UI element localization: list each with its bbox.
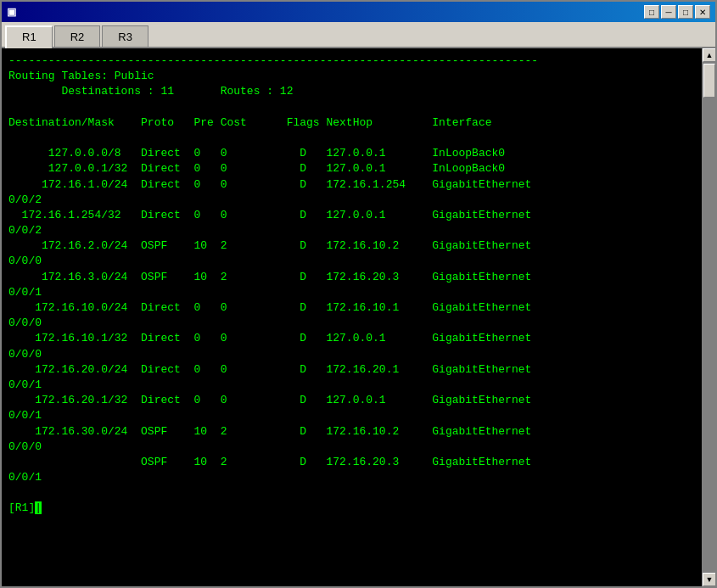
scrollbar-thumb[interactable] [703,64,715,98]
scrollbar-down[interactable]: ▼ [703,573,715,586]
title-bar: ▣ □ ─ □ ✕ [2,2,715,22]
restore-button[interactable]: □ [644,5,659,19]
maximize-button[interactable]: □ [678,5,693,19]
tab-r3[interactable]: R3 [102,25,148,47]
main-window: ▣ □ ─ □ ✕ R1 R2 R3 ---------------------… [0,0,717,588]
title-bar-buttons: □ ─ □ ✕ [644,5,710,19]
cursor: | [35,501,42,514]
scrollbar[interactable]: ▲ ▼ [702,48,715,586]
tab-r2[interactable]: R2 [54,25,101,47]
window-icon: ▣ [7,6,16,18]
close-button[interactable]: ✕ [695,5,710,19]
title-bar-left: ▣ [7,6,20,18]
scrollbar-up[interactable]: ▲ [703,48,715,62]
tab-bar: R1 R2 R3 [2,22,715,48]
tab-r1[interactable]: R1 [5,25,53,48]
scrollbar-track[interactable] [703,62,715,573]
minimize-button[interactable]: ─ [661,5,676,19]
terminal-content[interactable]: ----------------------------------------… [2,48,702,586]
terminal-area: ----------------------------------------… [2,48,715,586]
